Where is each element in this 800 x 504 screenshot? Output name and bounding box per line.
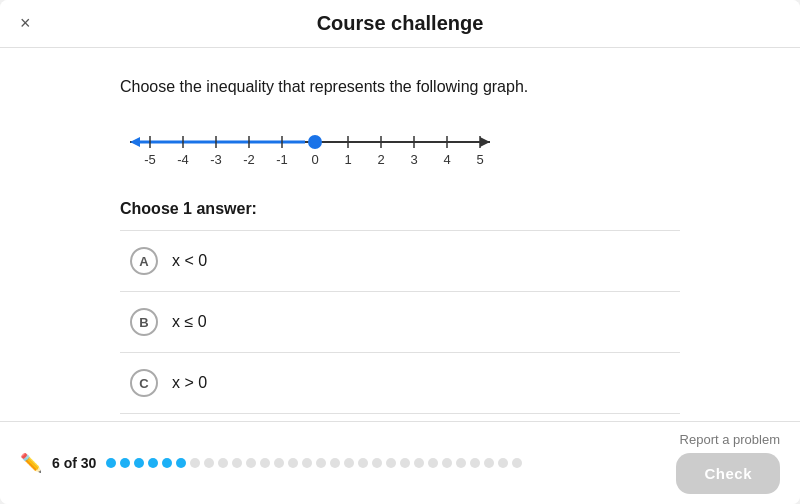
progress-dot — [484, 458, 494, 468]
progress-dot — [176, 458, 186, 468]
app-window: × Course challenge Choose the inequality… — [0, 0, 800, 504]
option-b[interactable]: B x ≤ 0 — [120, 291, 680, 352]
option-c[interactable]: C x > 0 — [120, 352, 680, 413]
svg-text:5: 5 — [476, 152, 483, 167]
progress-label: 6 of 30 — [52, 455, 96, 471]
progress-dot — [372, 458, 382, 468]
progress-dot — [120, 458, 130, 468]
svg-text:-2: -2 — [243, 152, 255, 167]
check-button[interactable]: Check — [676, 453, 780, 494]
option-c-circle: C — [130, 369, 158, 397]
progress-dot — [162, 458, 172, 468]
choose-label: Choose 1 answer: — [120, 200, 680, 218]
number-line-container: -5 -4 -3 -2 -1 0 1 2 3 4 5 — [120, 120, 680, 170]
svg-marker-2 — [480, 137, 490, 147]
progress-dot — [232, 458, 242, 468]
progress-section: ✏️ 6 of 30 — [20, 452, 522, 474]
bottom-right: Report a problem Check — [676, 432, 780, 494]
svg-text:0: 0 — [311, 152, 318, 167]
progress-dot — [302, 458, 312, 468]
report-link[interactable]: Report a problem — [680, 432, 780, 447]
progress-dot — [288, 458, 298, 468]
svg-text:1: 1 — [344, 152, 351, 167]
number-line: -5 -4 -3 -2 -1 0 1 2 3 4 5 — [120, 120, 500, 170]
progress-dot — [274, 458, 284, 468]
page-title: Course challenge — [317, 12, 484, 35]
option-d[interactable]: D x ≥ 0 — [120, 413, 680, 421]
svg-text:-1: -1 — [276, 152, 288, 167]
option-b-text: x ≤ 0 — [172, 313, 207, 331]
progress-dot — [148, 458, 158, 468]
progress-dot — [246, 458, 256, 468]
progress-dot — [442, 458, 452, 468]
svg-text:2: 2 — [377, 152, 384, 167]
option-c-text: x > 0 — [172, 374, 207, 392]
title-bar: × Course challenge — [0, 0, 800, 48]
dots-container — [106, 458, 522, 468]
progress-dot — [134, 458, 144, 468]
progress-dot — [414, 458, 424, 468]
option-a-circle: A — [130, 247, 158, 275]
progress-dot — [358, 458, 368, 468]
close-button[interactable]: × — [20, 13, 31, 34]
progress-dot — [218, 458, 228, 468]
svg-text:3: 3 — [410, 152, 417, 167]
progress-dot — [260, 458, 270, 468]
progress-dot — [204, 458, 214, 468]
progress-dot — [512, 458, 522, 468]
progress-dot — [316, 458, 326, 468]
progress-dot — [400, 458, 410, 468]
progress-dot — [344, 458, 354, 468]
question-text: Choose the inequality that represents th… — [120, 78, 680, 96]
progress-dot — [190, 458, 200, 468]
progress-dot — [106, 458, 116, 468]
svg-text:-4: -4 — [177, 152, 189, 167]
progress-dot — [456, 458, 466, 468]
svg-marker-1 — [130, 137, 140, 147]
option-a-text: x < 0 — [172, 252, 207, 270]
option-a[interactable]: A x < 0 — [120, 230, 680, 291]
svg-text:-3: -3 — [210, 152, 222, 167]
progress-dot — [470, 458, 480, 468]
progress-dot — [498, 458, 508, 468]
progress-dot — [428, 458, 438, 468]
content-area: Choose the inequality that represents th… — [0, 48, 800, 421]
svg-text:4: 4 — [443, 152, 450, 167]
svg-point-26 — [309, 136, 321, 148]
answers-list: A x < 0 B x ≤ 0 C x > 0 D x ≥ 0 — [120, 230, 680, 421]
pencil-icon: ✏️ — [20, 452, 42, 474]
progress-dot — [330, 458, 340, 468]
svg-text:-5: -5 — [144, 152, 156, 167]
option-b-circle: B — [130, 308, 158, 336]
progress-dot — [386, 458, 396, 468]
bottom-bar: ✏️ 6 of 30 Report a problem Check — [0, 421, 800, 504]
